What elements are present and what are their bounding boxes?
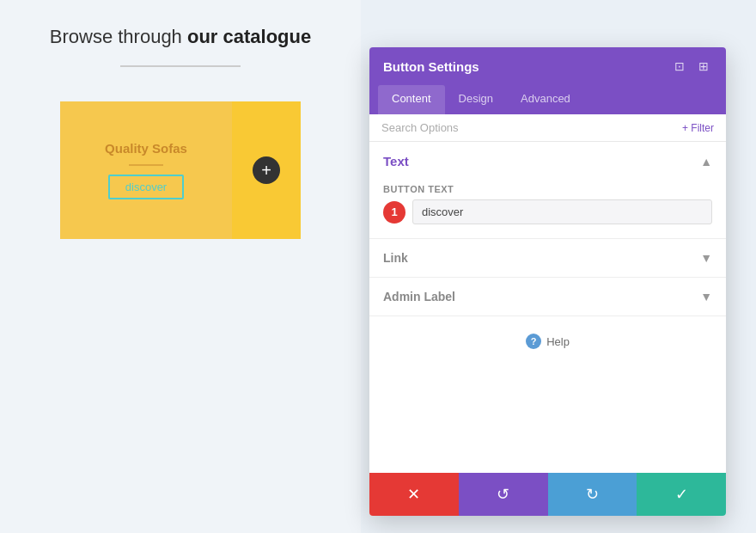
save-button[interactable]: ✓ — [637, 473, 726, 516]
tab-design[interactable]: Design — [445, 85, 507, 114]
page-content-area: Browse through our catalogue Quality Sof… — [0, 0, 361, 533]
modal-tabs: Content Design Advanced — [369, 85, 726, 114]
modal-title: Button Settings — [383, 59, 479, 74]
save-icon: ✓ — [675, 485, 688, 504]
section-admin-label-chevron: ▼ — [700, 290, 712, 303]
product-blocks: Quality Sofas discover + — [60, 101, 301, 239]
modal-header-icons: ⊡ ⊞ — [671, 58, 712, 75]
product-title: Quality Sofas — [105, 141, 187, 156]
product-divider — [129, 164, 163, 166]
help-icon: ? — [526, 334, 541, 349]
headline-bold: our catalogue — [187, 26, 311, 47]
section-link-title: Link — [383, 251, 408, 265]
help-label: Help — [546, 335, 570, 348]
help-row: ? Help — [369, 316, 726, 366]
section-text-chevron: ▲ — [700, 155, 712, 168]
filter-button[interactable]: + Filter — [682, 122, 714, 134]
modal-body: Text ▲ Button Text 1 Link ▼ Admin Label — [369, 142, 726, 473]
button-text-label: Button Text — [383, 184, 712, 194]
page-headline: Browse through our catalogue — [50, 26, 311, 48]
section-link-header[interactable]: Link ▼ — [369, 239, 726, 277]
search-placeholder: Search Options — [381, 121, 459, 134]
add-button[interactable]: + — [253, 156, 280, 184]
tab-advanced[interactable]: Advanced — [507, 85, 584, 114]
discover-button[interactable]: discover — [108, 175, 184, 199]
filter-label: + Filter — [682, 122, 714, 134]
product-card-left: Quality Sofas discover — [60, 101, 232, 239]
section-admin-label-title: Admin Label — [383, 290, 455, 303]
section-text-title: Text — [383, 154, 409, 168]
cancel-icon: ✕ — [407, 485, 420, 504]
resize-icon[interactable]: ⊡ — [671, 58, 688, 75]
section-text-header[interactable]: Text ▲ — [369, 142, 726, 181]
search-bar: Search Options + Filter — [369, 114, 726, 142]
tab-content[interactable]: Content — [378, 85, 445, 114]
section-text: Text ▲ Button Text 1 — [369, 142, 726, 239]
button-text-input[interactable] — [412, 199, 712, 224]
redo-button[interactable]: ↻ — [548, 473, 637, 516]
modal-footer: ✕ ↺ ↻ ✓ — [369, 473, 726, 516]
modal-header: Button Settings ⊡ ⊞ — [369, 47, 726, 85]
section-link-chevron: ▼ — [700, 251, 712, 265]
section-admin-label-header[interactable]: Admin Label ▼ — [369, 278, 726, 316]
headline-normal: Browse through — [50, 26, 187, 47]
plus-icon: + — [261, 161, 271, 181]
section-link: Link ▼ — [369, 239, 726, 278]
field-badge: 1 — [383, 201, 405, 224]
product-card-right: + — [232, 101, 301, 239]
section-text-body: Button Text 1 — [369, 181, 726, 238]
redo-icon: ↻ — [586, 485, 599, 504]
cancel-button[interactable]: ✕ — [369, 473, 459, 516]
section-admin-label: Admin Label ▼ — [369, 278, 726, 316]
columns-icon[interactable]: ⊞ — [695, 58, 712, 75]
button-settings-modal: Button Settings ⊡ ⊞ Content Design Advan… — [369, 47, 726, 516]
button-text-row: 1 — [383, 199, 712, 224]
undo-icon: ↺ — [497, 485, 509, 504]
headline-underline — [120, 65, 241, 67]
undo-button[interactable]: ↺ — [459, 473, 548, 516]
